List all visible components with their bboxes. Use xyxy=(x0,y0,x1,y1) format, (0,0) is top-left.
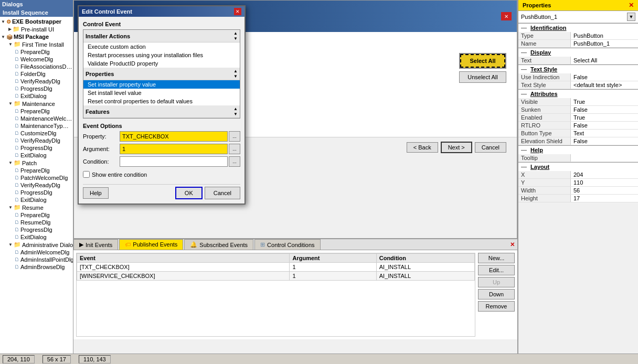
list-item-install-features[interactable]: Install one or more features locally xyxy=(83,118,240,119)
modal-list-container: Installer Actions ▲ ▼ Execute custom act… xyxy=(83,29,240,119)
help-button[interactable]: Help xyxy=(83,187,109,199)
edit-control-event-dialog: Edit Control Event ✕ Control Event Insta… xyxy=(78,5,246,205)
properties-group-label: Properties xyxy=(86,71,114,77)
list-group-features[interactable]: Features ▲ ▼ xyxy=(83,105,240,118)
argument-label: Argument: xyxy=(83,146,120,152)
list-group-installer-actions[interactable]: Installer Actions ▲ ▼ xyxy=(83,30,240,42)
arrow-up-properties[interactable]: ▲ xyxy=(233,69,238,73)
arrow-down-installer[interactable]: ▼ xyxy=(233,36,238,41)
list-item-set-property[interactable]: Set installer property value xyxy=(83,80,240,89)
condition-label: Condition: xyxy=(83,158,120,165)
list-item-reset-control[interactable]: Reset control properties to default valu… xyxy=(83,97,240,105)
ok-button[interactable]: OK xyxy=(175,187,203,199)
event-options-title: Event Options xyxy=(83,123,240,129)
modal-close-button[interactable]: ✕ xyxy=(234,8,241,15)
argument-input[interactable] xyxy=(120,144,228,154)
modal-options-section: Event Options Property: ... Argument: ..… xyxy=(83,123,240,180)
list-group-properties[interactable]: Properties ▲ ▼ xyxy=(83,68,240,80)
property-label: Property: xyxy=(83,133,120,140)
arrow-up-features[interactable]: ▲ xyxy=(233,106,238,111)
modal-section-label: Control Event xyxy=(83,21,240,27)
show-condition-label: Show entire condition xyxy=(92,172,147,178)
modal-titlebar: Edit Control Event ✕ xyxy=(79,6,244,17)
condition-input[interactable] xyxy=(120,156,228,167)
show-condition-row: Show entire condition xyxy=(83,169,240,180)
list-item-set-install-level[interactable]: Set install level value xyxy=(83,89,240,97)
property-browse-button[interactable]: ... xyxy=(229,131,240,142)
installer-actions-arrows: ▲ ▼ xyxy=(233,31,238,41)
modal-footer: Help OK Cancel xyxy=(83,184,240,199)
features-arrows: ▲ ▼ xyxy=(233,106,238,116)
cancel-button-modal[interactable]: Cancel xyxy=(205,187,240,199)
list-item-restart-processes[interactable]: Restart processes using your installatio… xyxy=(83,51,240,59)
condition-browse-button[interactable]: ... xyxy=(229,156,240,167)
installer-actions-label: Installer Actions xyxy=(86,33,130,39)
condition-field-row: Condition: ... xyxy=(83,156,240,167)
list-item-validate-productid[interactable]: Validate ProductID property xyxy=(83,59,240,68)
property-field-row: Property: ... xyxy=(83,131,240,142)
features-group-label: Features xyxy=(86,109,110,115)
modal-ok-cancel-buttons: OK Cancel xyxy=(175,187,240,199)
list-item-execute-custom[interactable]: Execute custom action xyxy=(83,42,240,51)
show-condition-checkbox[interactable] xyxy=(83,171,90,178)
modal-overlay: Edit Control Event ✕ Control Event Insta… xyxy=(0,0,638,364)
argument-browse-button[interactable]: ... xyxy=(229,144,240,154)
arrow-down-features[interactable]: ▼ xyxy=(233,112,238,116)
property-input[interactable] xyxy=(120,131,228,142)
modal-title: Edit Control Event xyxy=(82,8,132,15)
properties-arrows: ▲ ▼ xyxy=(233,69,238,79)
arrow-down-properties[interactable]: ▼ xyxy=(233,74,238,79)
modal-body: Control Event Installer Actions ▲ ▼ Exec… xyxy=(79,17,244,204)
arrow-up-installer[interactable]: ▲ xyxy=(233,31,238,36)
argument-field-row: Argument: ... xyxy=(83,144,240,154)
